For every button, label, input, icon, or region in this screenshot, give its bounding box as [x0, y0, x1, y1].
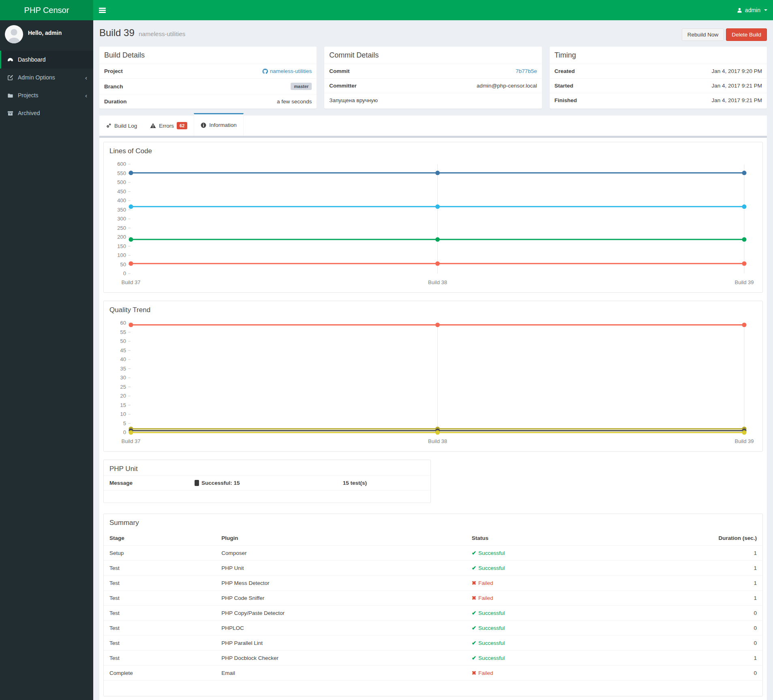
duration-cell: 1 [677, 576, 762, 591]
sidebar-menu: Dashboard Admin Options ‹ Projects ‹ Arc… [0, 51, 93, 122]
summary-panel: Summary Stage Plugin Status Duration (se… [103, 514, 763, 696]
branch-badge: master [291, 83, 312, 90]
svg-text:0: 0 [123, 429, 126, 435]
status-badge: ✖Failed [466, 591, 677, 606]
status-icon: ✔ [472, 610, 476, 616]
header-actions: Rebuild Now Delete Build [682, 28, 767, 41]
dashboard-icon [7, 57, 13, 63]
commit-row: Commit 7b77b5e [324, 64, 542, 78]
sidebar-greeting: Hello, admin [28, 30, 62, 36]
line-chart: 051015202530354045505560Build 37Build 38… [107, 318, 759, 448]
plugin-cell: PHP Unit [216, 561, 466, 576]
php-unit-header-row: Message Successful: 15 15 test(s) [104, 475, 430, 490]
status-badge: ✔Successful [466, 606, 677, 621]
php-unit-test-count: 15 test(s) [343, 480, 425, 486]
php-unit-empty-row [104, 490, 430, 503]
duration-value: a few seconds [277, 98, 312, 105]
brand-logo[interactable]: PHP Censor [0, 0, 93, 20]
status-badge: ✔Successful [466, 651, 677, 666]
svg-text:40: 40 [120, 356, 126, 362]
rebuild-now-button[interactable]: Rebuild Now [682, 28, 724, 41]
tab-information[interactable]: Information [194, 113, 244, 136]
status-icon: ✔ [472, 565, 476, 571]
commit-link[interactable]: 7b77b5e [516, 68, 537, 74]
errors-count-badge: 62 [177, 122, 187, 129]
project-link[interactable]: nameless-utilities [270, 68, 312, 74]
status-badge: ✖Failed [466, 666, 677, 681]
tab-content: Lines of Code 05010015020025030035040045… [99, 136, 767, 700]
sidebar-toggle-button[interactable] [93, 0, 111, 20]
timing-panel: Timing Created Jan 4, 2017 9:20 PM Start… [550, 47, 767, 109]
hamburger-icon [99, 8, 106, 9]
tab-errors[interactable]: Errors 62 [143, 116, 194, 136]
duration-cell: 0 [677, 666, 762, 681]
sidebar-item-label: Admin Options [18, 74, 55, 81]
commit-note: Запущена вручную [329, 97, 378, 103]
svg-text:25: 25 [120, 384, 126, 390]
table-row: Test PHP Copy/Paste Detector ✔Successful… [104, 606, 762, 621]
summary-table: Stage Plugin Status Duration (sec.) Setu… [104, 531, 762, 681]
quality-trend-panel: Quality Trend 051015202530354045505560Bu… [103, 301, 763, 452]
svg-text:400: 400 [117, 197, 126, 203]
table-row: Test PHP Unit ✔Successful 1 [104, 561, 762, 576]
svg-text:150: 150 [117, 243, 126, 249]
duration-row: Duration a few seconds [99, 94, 317, 109]
svg-text:50: 50 [120, 338, 126, 344]
sidebar-item-dashboard[interactable]: Dashboard [0, 51, 93, 69]
tab-build-log[interactable]: Build Log [99, 116, 143, 136]
sidebar-item-admin-options[interactable]: Admin Options ‹ [0, 69, 93, 86]
plugin-cell: PHP Docblock Checker [216, 651, 466, 666]
branch-label: Branch [104, 83, 123, 90]
stage-cell: Test [104, 606, 216, 621]
user-icon [737, 8, 742, 13]
svg-text:30: 30 [120, 375, 126, 381]
project-label: Project [104, 68, 123, 74]
message-header: Message [109, 480, 195, 486]
sidebar-item-projects[interactable]: Projects ‹ [0, 86, 93, 104]
stage-cell: Complete [104, 666, 216, 681]
warning-icon [150, 123, 156, 128]
avatar [5, 25, 23, 43]
status-icon: ✔ [472, 640, 476, 646]
delete-build-button[interactable]: Delete Build [726, 28, 767, 41]
svg-text:250: 250 [117, 225, 126, 231]
status-icon: ✔ [472, 625, 476, 631]
svg-text:350: 350 [117, 207, 126, 213]
summary-header-row: Stage Plugin Status Duration (sec.) [104, 531, 762, 546]
chevron-left-icon: ‹ [85, 75, 87, 81]
php-unit-panel: PHP Unit Message Successful: 15 15 test(… [103, 460, 431, 503]
sidebar-item-label: Projects [18, 92, 39, 98]
github-icon [262, 69, 268, 74]
table-row: Test PHP Code Sniffer ✖Failed 1 [104, 591, 762, 606]
sidebar-item-archived[interactable]: Archived [0, 104, 93, 122]
square-icon [195, 480, 199, 486]
main-content: Build 39 nameless-utilities Rebuild Now … [93, 20, 773, 700]
folder-icon [7, 92, 13, 98]
plugin-cell: PHP Parallel Lint [216, 636, 466, 651]
plugin-cell: PHPLOC [216, 621, 466, 636]
panel-title: Timing [550, 47, 767, 64]
user-menu[interactable]: admin [737, 0, 767, 20]
status-icon: ✖ [472, 670, 476, 676]
stage-column-header: Stage [104, 531, 216, 546]
stage-cell: Test [104, 651, 216, 666]
svg-text:15: 15 [120, 402, 126, 408]
status-badge: ✔Successful [466, 546, 677, 561]
plugin-cell: Email [216, 666, 466, 681]
table-row: Test PHP Mess Detector ✖Failed 1 [104, 576, 762, 591]
user-name: admin [745, 7, 760, 13]
summary-title: Summary [104, 514, 762, 529]
tab-label: Build Log [114, 123, 137, 129]
svg-text:Build 39: Build 39 [735, 438, 754, 444]
page-title: Build 39 [99, 27, 135, 38]
plugin-cell: PHP Mess Detector [216, 576, 466, 591]
lines-of-code-panel: Lines of Code 05010015020025030035040045… [103, 142, 763, 293]
svg-text:50: 50 [120, 261, 126, 268]
svg-text:0: 0 [123, 270, 126, 276]
duration-cell: 0 [677, 636, 762, 651]
table-row: Test PHPLOC ✔Successful 0 [104, 621, 762, 636]
php-unit-title: PHP Unit [104, 460, 430, 475]
branch-row: Branch master [99, 78, 317, 94]
status-column-header: Status [466, 531, 677, 546]
started-value: Jan 4, 2017 9:21 PM [711, 83, 762, 89]
